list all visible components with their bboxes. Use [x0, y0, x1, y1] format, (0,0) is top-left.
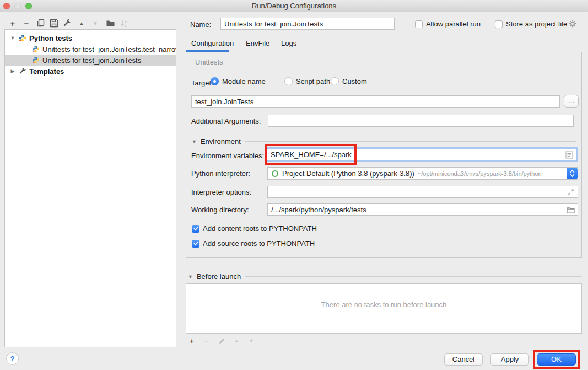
- add-task-button[interactable]: +: [188, 337, 196, 345]
- section-collapse-icon[interactable]: ▼: [188, 274, 193, 280]
- name-input[interactable]: [220, 18, 395, 30]
- gear-icon: [568, 19, 577, 28]
- unittests-section-label: Unittests: [195, 58, 223, 66]
- save-icon: [50, 19, 58, 28]
- section-collapse-icon[interactable]: ▼: [192, 139, 197, 144]
- move-task-up-button[interactable]: ▲: [233, 337, 240, 345]
- sort-configurations-button[interactable]: az: [119, 18, 129, 28]
- environment-variables-input[interactable]: [267, 149, 564, 160]
- variables-list-icon: [565, 151, 573, 159]
- before-launch-empty-message: There are no tasks to run before launch: [321, 301, 447, 309]
- view-variables-button[interactable]: [564, 151, 574, 159]
- tab-envfile[interactable]: EnvFile: [246, 39, 269, 47]
- tab-configuration[interactable]: Configuration: [191, 39, 234, 47]
- tree-item-label[interactable]: Unittests for test_join.JoinTests: [42, 56, 141, 65]
- section-divider-line: [245, 276, 582, 277]
- add-configuration-button[interactable]: +: [8, 18, 18, 28]
- select-chevrons-icon: [567, 168, 578, 179]
- custom-radio[interactable]: [331, 77, 339, 85]
- section-divider-line: [227, 62, 576, 62]
- script-path-label[interactable]: Script path: [296, 77, 330, 85]
- tree-group-label[interactable]: Python tests: [29, 34, 72, 42]
- expanded-twisty-icon[interactable]: ▼: [9, 35, 16, 41]
- move-task-down-button[interactable]: ▼: [247, 337, 255, 345]
- configuration-panel: Unittests Target: Module name Script pat…: [186, 52, 582, 258]
- run-debug-configurations-dialog: Run/Debug Configurations + − ▲ ▼ az ▼ Py…: [0, 0, 588, 370]
- browse-module-button[interactable]: …: [564, 95, 579, 108]
- interpreter-options-input[interactable]: [268, 186, 565, 197]
- tree-group-label[interactable]: Templates: [29, 67, 64, 76]
- store-options-button[interactable]: [568, 19, 577, 30]
- add-content-roots-label[interactable]: Add content roots to PYTHONPATH: [203, 224, 317, 233]
- move-down-button[interactable]: ▼: [90, 18, 100, 28]
- minus-icon: −: [204, 337, 209, 345]
- allow-parallel-run-checkbox[interactable]: [415, 20, 423, 28]
- python-icon: [19, 34, 26, 42]
- python-interpreter-label: Python interpreter:: [191, 169, 250, 178]
- help-button[interactable]: ?: [6, 352, 19, 365]
- working-directory-field: [267, 203, 578, 216]
- save-configuration-button[interactable]: [49, 18, 59, 28]
- check-icon: [193, 226, 199, 232]
- allow-parallel-run-row: Allow parallel run: [415, 20, 481, 28]
- additional-arguments-input[interactable]: [268, 115, 574, 127]
- python-interpreter-select[interactable]: Project Default (Python 3.8 (pyspark-3.8…: [267, 167, 578, 180]
- copy-configuration-button[interactable]: [36, 18, 46, 28]
- collapsed-twisty-icon[interactable]: ▶: [9, 68, 16, 74]
- module-name-label[interactable]: Module name: [222, 77, 266, 85]
- interpreter-value: Project Default (Python 3.8 (pyspark-3.8…: [282, 169, 414, 178]
- browse-folder-button[interactable]: [565, 206, 575, 213]
- question-icon: ?: [10, 355, 15, 363]
- move-up-button[interactable]: ▲: [77, 18, 87, 28]
- tree-item-label[interactable]: Unittests for test_join.JoinTests.test_n…: [42, 45, 176, 53]
- environment-section-label: Environment: [201, 137, 241, 146]
- expand-field-button[interactable]: [565, 189, 575, 196]
- close-button[interactable]: [3, 3, 10, 9]
- content-roots-row: Add content roots to PYTHONPATH: [192, 224, 317, 233]
- minimize-button[interactable]: [14, 3, 21, 9]
- configurations-tree: ▼ Python tests Unittests for test_join.J…: [4, 29, 176, 347]
- pencil-icon: [218, 337, 225, 345]
- arrow-up-icon: ▲: [79, 20, 84, 26]
- module-name-input[interactable]: [191, 95, 560, 108]
- module-name-radio[interactable]: [211, 77, 219, 85]
- working-directory-input[interactable]: [268, 204, 565, 215]
- remove-configuration-button[interactable]: −: [21, 18, 31, 28]
- sort-az-icon: az: [120, 19, 128, 28]
- folder-plus-icon: [106, 19, 115, 28]
- interpreter-path: ~/opt/miniconda3/envs/pyspark-3.8/bin/py…: [418, 170, 542, 177]
- arrow-down-icon: ▼: [93, 20, 98, 26]
- store-as-project-file-checkbox[interactable]: [495, 20, 503, 28]
- allow-parallel-run-label[interactable]: Allow parallel run: [426, 20, 481, 28]
- environment-variables-field: [266, 147, 578, 162]
- cancel-button[interactable]: Cancel: [444, 353, 483, 366]
- tree-group-python-tests[interactable]: ▼ Python tests: [5, 33, 176, 44]
- script-path-radio[interactable]: [284, 77, 293, 85]
- tree-item-jointests-selected[interactable]: Unittests for test_join.JoinTests: [5, 55, 176, 66]
- apply-button[interactable]: Apply: [490, 353, 529, 366]
- additional-arguments-label: Additional Arguments:: [191, 117, 261, 125]
- tree-item-test-narrow[interactable]: Unittests for test_join.JoinTests.test_n…: [5, 44, 176, 55]
- store-as-project-file-label[interactable]: Store as project file: [506, 20, 567, 28]
- add-source-roots-label[interactable]: Add source roots to PYTHONPATH: [203, 239, 315, 248]
- tab-logs[interactable]: Logs: [281, 39, 296, 47]
- before-launch-task-list[interactable]: There are no tasks to run before launch: [186, 283, 582, 334]
- ellipsis-icon: …: [568, 96, 575, 105]
- zoom-button[interactable]: [25, 3, 32, 9]
- panel-divider: [184, 14, 184, 352]
- remove-task-button[interactable]: −: [203, 337, 211, 345]
- edit-task-button[interactable]: [218, 337, 225, 345]
- unittests-section-header: Unittests: [195, 58, 576, 66]
- svg-text:z: z: [125, 24, 127, 28]
- create-folder-button[interactable]: [105, 18, 115, 28]
- copy-icon: [36, 19, 45, 28]
- add-content-roots-checkbox[interactable]: [192, 225, 199, 233]
- tree-group-templates[interactable]: ▶ Templates: [5, 66, 176, 77]
- interpreter-options-label: Interpreter options:: [191, 188, 251, 196]
- minus-icon: −: [24, 19, 29, 28]
- add-source-roots-checkbox[interactable]: [192, 240, 199, 248]
- ok-button[interactable]: OK: [537, 353, 576, 366]
- title-bar[interactable]: Run/Debug Configurations: [0, 0, 588, 12]
- edit-templates-button[interactable]: [62, 18, 72, 28]
- custom-label[interactable]: Custom: [342, 77, 367, 85]
